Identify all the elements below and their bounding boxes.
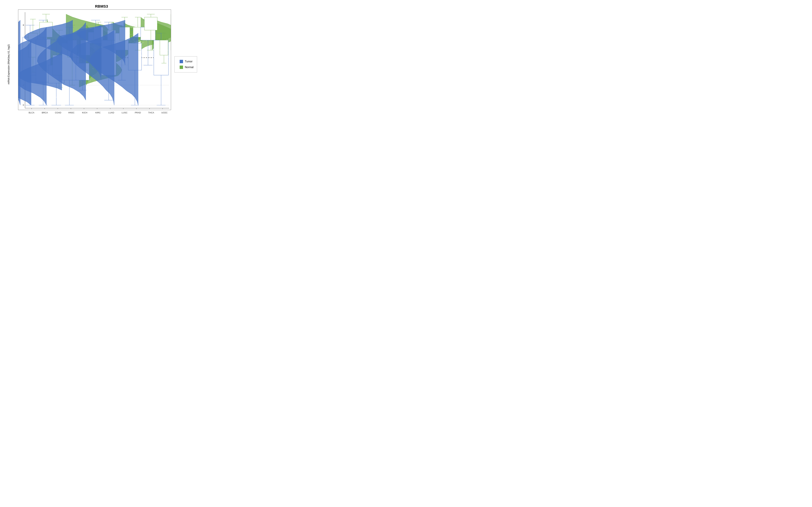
svg-rect-811: [162, 52, 162, 52]
svg-rect-655: [135, 35, 135, 35]
svg-rect-750: [143, 85, 144, 86]
svg-rect-804: [155, 53, 155, 54]
legend: Tumor Normal: [174, 56, 197, 72]
svg-rect-738: [150, 37, 150, 37]
svg-rect-105: [36, 104, 37, 105]
x-label-blca: BLCA: [25, 111, 38, 119]
svg-rect-471: [90, 80, 91, 81]
svg-rect-193: [36, 102, 37, 103]
svg-rect-605: [126, 103, 127, 104]
svg-rect-254: [68, 87, 68, 87]
svg-rect-330: [65, 89, 66, 89]
svg-rect-733: [142, 43, 143, 43]
svg-rect-662: [128, 36, 128, 36]
svg-rect-788: [156, 54, 156, 54]
svg-rect-726: [150, 44, 151, 45]
svg-rect-813: [157, 60, 158, 60]
svg-rect-651: [128, 34, 128, 35]
svg-rect-768: [149, 99, 149, 99]
svg-rect-467: [102, 93, 103, 94]
svg-rect-766: [147, 83, 148, 83]
svg-rect-803: [158, 60, 158, 61]
svg-rect-25: [23, 103, 24, 103]
svg-rect-797: [161, 53, 161, 53]
svg-rect-751: [149, 100, 149, 100]
x-label-prad: PRAD: [131, 111, 145, 119]
svg-rect-729: [150, 48, 150, 48]
svg-rect-800: [160, 49, 161, 50]
svg-rect-807: [160, 59, 160, 60]
svg-rect-763: [149, 83, 149, 83]
svg-rect-790: [155, 63, 156, 63]
x-label-hnsc: HNSC: [65, 111, 78, 119]
svg-rect-611: [122, 92, 122, 93]
svg-rect-728: [142, 46, 143, 47]
svg-rect-722: [143, 37, 144, 37]
svg-rect-765: [152, 71, 152, 72]
svg-rect-791: [154, 60, 155, 60]
svg-rect-687: [142, 59, 143, 60]
svg-rect-93: [27, 103, 28, 104]
svg-rect-793: [164, 51, 164, 51]
svg-rect-480: [107, 96, 107, 96]
svg-rect-700: [147, 51, 148, 51]
svg-rect-702: [142, 51, 143, 51]
svg-rect-614: [131, 104, 132, 104]
svg-rect-694: [141, 52, 142, 52]
svg-rect-801: [164, 54, 164, 54]
svg-rect-778: [148, 100, 148, 100]
svg-rect-465: [108, 96, 108, 97]
svg-rect-479: [105, 92, 105, 92]
svg-rect-189: [49, 105, 50, 105]
svg-rect-725: [146, 34, 147, 35]
svg-rect-792: [153, 54, 153, 55]
svg-rect-630: [119, 90, 119, 91]
svg-rect-789: [157, 59, 158, 59]
svg-rect-739: [146, 47, 146, 48]
svg-rect-706: [141, 55, 142, 56]
svg-rect-665: [134, 35, 134, 35]
svg-rect-731: [149, 39, 150, 40]
svg-rect-696: [147, 62, 147, 63]
svg-rect-484: [99, 98, 100, 98]
svg-rect-755: [144, 101, 145, 102]
svg-rect-794: [164, 53, 164, 53]
x-label-ucec: UCEC: [158, 111, 171, 119]
svg-rect-677: [143, 51, 144, 52]
svg-rect-250: [52, 89, 52, 90]
plot-frame: 02468: [18, 9, 171, 110]
y-axis-label: mRNA Expression (RNASeq V2, log2): [4, 9, 13, 119]
tumor-swatch: [180, 60, 183, 63]
svg-rect-466: [99, 94, 99, 94]
svg-rect-617: [124, 101, 124, 101]
svg-rect-474: [96, 90, 97, 90]
svg-rect-607: [134, 97, 134, 98]
svg-rect-775: [150, 75, 151, 76]
svg-rect-652: [132, 36, 133, 36]
svg-rect-604: [127, 97, 128, 98]
x-label-coad: COAD: [51, 111, 65, 119]
svg-rect-251: [53, 90, 54, 91]
svg-rect-458: [105, 94, 105, 95]
svg-rect-683: [142, 44, 142, 44]
svg-rect-758: [146, 93, 147, 93]
svg-rect-777: [149, 104, 150, 104]
svg-rect-735: [146, 41, 147, 41]
svg-rect-776: [153, 74, 154, 74]
svg-rect-774: [142, 105, 143, 105]
svg-rect-770: [153, 92, 154, 93]
svg-rect-716: [139, 33, 140, 34]
svg-rect-190: [56, 97, 56, 98]
legend-label-tumor: Tumor: [185, 60, 193, 63]
svg-rect-736: [143, 36, 144, 36]
svg-rect-714: [147, 49, 148, 49]
svg-rect-787: [154, 61, 154, 61]
svg-rect-779: [147, 91, 147, 92]
svg-rect-668: [131, 37, 132, 37]
svg-rect-752: [151, 74, 152, 75]
svg-rect-805: [161, 54, 161, 55]
svg-rect-762: [147, 101, 147, 101]
svg-rect-754: [151, 97, 151, 98]
svg-rect-680: [139, 64, 140, 64]
svg-rect-242: [62, 85, 63, 86]
